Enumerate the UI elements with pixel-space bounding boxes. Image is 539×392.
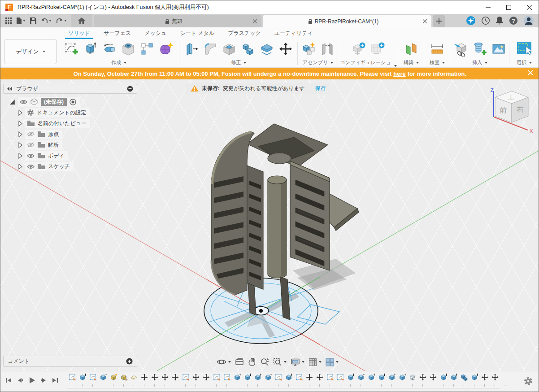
comment-bar[interactable]: コメント bbox=[3, 356, 137, 367]
combine-button[interactable] bbox=[239, 40, 257, 58]
timeline-feature-move[interactable] bbox=[304, 373, 314, 387]
view-cube[interactable]: Z X 上 前 右 bbox=[486, 85, 539, 135]
collapsed-arrow-icon[interactable] bbox=[18, 142, 22, 148]
timeline-feature-split[interactable] bbox=[407, 373, 417, 387]
help-icon[interactable]: ? bbox=[509, 16, 518, 25]
browser-root-item[interactable]: (未保存) bbox=[9, 96, 137, 107]
tab-untitled[interactable]: 無題 bbox=[94, 15, 261, 27]
group-assembly-label[interactable]: アセンブリ bbox=[303, 59, 328, 66]
timeline-feature-extrude[interactable] bbox=[438, 373, 448, 387]
model-body[interactable] bbox=[180, 113, 364, 355]
timeline-feature-extrude[interactable] bbox=[283, 373, 294, 387]
tab-close-icon[interactable] bbox=[419, 18, 427, 25]
configuration-table-button[interactable] bbox=[369, 40, 387, 58]
browser-item[interactable]: 原点 bbox=[18, 129, 137, 139]
timeline-feature-extrude[interactable] bbox=[252, 373, 263, 387]
pan-button[interactable] bbox=[248, 357, 256, 366]
form-button[interactable] bbox=[157, 40, 175, 58]
ribbon-tab-シート メタル[interactable]: シート メタル bbox=[173, 27, 221, 39]
insert-canvas-button[interactable] bbox=[490, 40, 508, 58]
timeline-feature-extrude[interactable] bbox=[376, 373, 387, 387]
banner-close-icon[interactable] bbox=[528, 70, 533, 77]
timeline-feature-move[interactable] bbox=[490, 373, 500, 387]
close-button[interactable] bbox=[519, 0, 539, 14]
redo-icon[interactable] bbox=[55, 15, 68, 26]
timeline-feature-extrude[interactable] bbox=[232, 373, 242, 387]
go-to-start-button[interactable] bbox=[4, 376, 13, 385]
timeline-feature-sketch[interactable] bbox=[87, 373, 98, 387]
ribbon-tab-サーフェス[interactable]: サーフェス bbox=[97, 27, 138, 39]
timeline-feature-move[interactable] bbox=[428, 373, 438, 387]
expanded-arrow-icon[interactable] bbox=[9, 99, 15, 105]
app-grid-icon[interactable] bbox=[4, 15, 13, 26]
profile-avatar[interactable] bbox=[523, 15, 534, 26]
timeline-settings-gear-icon[interactable] bbox=[523, 376, 533, 388]
visibility-eye-off-icon[interactable] bbox=[27, 142, 35, 148]
viewports-button[interactable] bbox=[326, 358, 339, 366]
collapse-panel-icon[interactable] bbox=[7, 87, 13, 91]
visibility-eye-icon[interactable] bbox=[27, 164, 35, 169]
extensions-icon[interactable] bbox=[466, 16, 476, 26]
timeline-feature-extrude[interactable] bbox=[98, 373, 108, 387]
timeline-feature-extrude[interactable] bbox=[387, 373, 397, 387]
file-menu-icon[interactable] bbox=[15, 15, 27, 26]
add-comment-icon[interactable] bbox=[126, 358, 133, 365]
create-sketch-button[interactable] bbox=[63, 40, 81, 58]
select-button[interactable] bbox=[515, 40, 533, 58]
minimize-button[interactable] bbox=[478, 0, 498, 14]
timeline-feature-move[interactable] bbox=[160, 373, 170, 387]
timeline-feature-extrude[interactable] bbox=[366, 373, 376, 387]
timeline-feature-extrude[interactable] bbox=[263, 373, 273, 387]
go-to-end-button[interactable] bbox=[51, 376, 60, 385]
group-construct-label[interactable]: 構築 bbox=[404, 59, 413, 66]
timeline-feature-extrude[interactable] bbox=[356, 373, 366, 387]
press-pull-button[interactable] bbox=[183, 40, 200, 58]
browser-panel-header[interactable]: ブラウザ bbox=[3, 84, 137, 94]
job-status-clock-icon[interactable] bbox=[481, 16, 490, 25]
browser-item[interactable]: ボディ bbox=[18, 150, 137, 161]
move-button[interactable] bbox=[277, 40, 295, 58]
collapsed-arrow-icon[interactable] bbox=[18, 164, 22, 170]
maximize-button[interactable] bbox=[498, 0, 519, 14]
construct-plane-button[interactable] bbox=[402, 40, 420, 58]
ribbon-tab-ユーティリティ[interactable]: ユーティリティ bbox=[268, 27, 320, 39]
timeline-feature-sketch[interactable] bbox=[273, 373, 283, 387]
timeline-feature-extrude[interactable] bbox=[397, 373, 407, 387]
collapsed-arrow-icon[interactable] bbox=[18, 153, 22, 159]
timeline-feature-sketch[interactable] bbox=[335, 373, 345, 387]
insert-derive-button[interactable] bbox=[452, 40, 470, 58]
banner-here-link[interactable]: here bbox=[393, 70, 405, 77]
timeline-feature-sketch[interactable] bbox=[180, 373, 191, 387]
browser-item[interactable]: 名前の付いたビュー bbox=[18, 118, 137, 129]
display-settings-button[interactable] bbox=[291, 358, 304, 366]
document-name[interactable]: (未保存) bbox=[41, 98, 67, 106]
timeline-feature-extrude[interactable] bbox=[345, 373, 356, 387]
tab-close-icon[interactable] bbox=[249, 18, 257, 25]
undo-icon[interactable] bbox=[39, 15, 53, 26]
timeline-feature-move[interactable] bbox=[191, 373, 201, 387]
timeline-feature-sketch[interactable] bbox=[325, 373, 335, 387]
timeline-feature-extrude[interactable] bbox=[448, 373, 459, 387]
ribbon-tab-メッシュ[interactable]: メッシュ bbox=[138, 27, 173, 39]
timeline-feature-extrude[interactable] bbox=[242, 373, 252, 387]
ribbon-tab-ソリッド[interactable]: ソリッド bbox=[61, 27, 97, 39]
timeline-feature-combine[interactable] bbox=[459, 373, 469, 387]
notifications-bell-icon[interactable] bbox=[496, 16, 504, 25]
timeline-feature-plane[interactable] bbox=[129, 373, 139, 387]
fillet-button[interactable] bbox=[201, 40, 219, 58]
timeline-feature-move[interactable] bbox=[314, 373, 325, 387]
revolve-button[interactable] bbox=[100, 40, 118, 58]
group-create-label[interactable]: 作成 bbox=[111, 59, 121, 66]
activate-radio-icon[interactable] bbox=[70, 99, 76, 105]
step-forward-button[interactable] bbox=[39, 376, 48, 385]
browser-item[interactable]: スケッチ bbox=[18, 161, 137, 172]
collapsed-arrow-icon[interactable] bbox=[18, 131, 22, 137]
browser-item[interactable]: ドキュメントの設定 bbox=[18, 107, 137, 118]
timeline-feature-component[interactable] bbox=[108, 373, 118, 387]
step-back-button[interactable] bbox=[16, 376, 25, 385]
offset-face-button[interactable] bbox=[258, 40, 276, 58]
timeline-feature-move[interactable] bbox=[201, 373, 211, 387]
home-button[interactable] bbox=[71, 14, 92, 27]
new-tab-button[interactable] bbox=[433, 15, 445, 27]
timeline-feature-sketch[interactable] bbox=[211, 373, 222, 387]
